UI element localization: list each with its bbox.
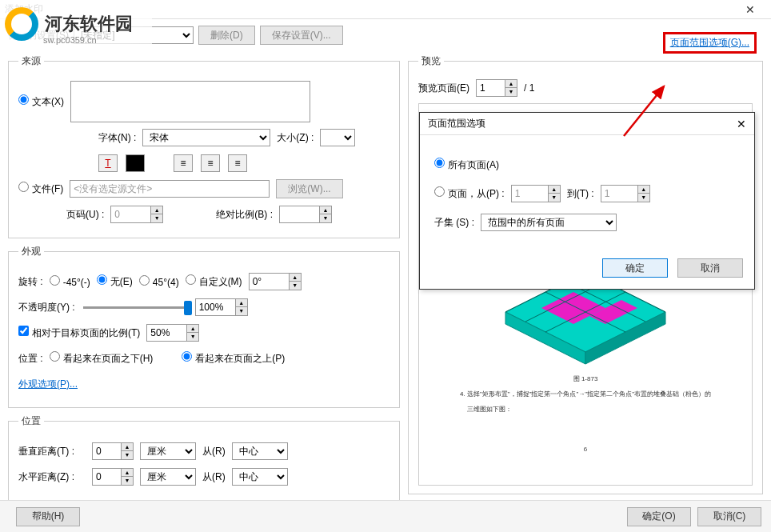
rotate-45-radio[interactable]: 45°(4) [139, 275, 179, 288]
text-color-button[interactable] [126, 154, 145, 172]
logo-sub: sw.pc0359.cn [43, 35, 97, 45]
preview-caption-2: 4. 选择"矩形布置"，捕捉"指定第一个角点"→"指定第二个角点"布置的堆叠基础… [460, 390, 711, 398]
vfrom-label: 从(R) [202, 445, 226, 458]
hdist-label: 水平距离(Z) : [18, 470, 86, 484]
position-label: 位置 : [18, 352, 43, 366]
hfrom-select[interactable]: 中心 [232, 468, 288, 486]
appearance-legend: 外观 [18, 245, 44, 258]
all-pages-radio[interactable]: 所有页面(A) [434, 158, 499, 172]
page-to-label: 到(T) : [567, 187, 594, 201]
relative-scale-spinner[interactable]: ▲▼ [146, 324, 199, 342]
preview-page-spinner[interactable]: ▲▼ [476, 79, 517, 97]
vdist-spinner[interactable]: ▲▼ [92, 442, 134, 460]
vdist-unit-select[interactable]: 厘米 [140, 442, 196, 460]
modal-ok-button[interactable]: 确定 [602, 258, 668, 278]
abs-scale-spinner[interactable]: ▲▼ [279, 206, 332, 223]
preview-page-label: 预览页面(E) [418, 82, 469, 95]
position-above-radio[interactable]: 看起来在页面之上(P) [182, 351, 285, 366]
rotate-neg45-radio[interactable]: -45°(-) [50, 275, 90, 288]
logo-text: 河东软件园 [45, 12, 133, 36]
watermark-text-input[interactable] [70, 81, 310, 122]
file-radio[interactable]: 文件(F) [18, 182, 63, 196]
preview-caption-1: 图 1-873 [573, 374, 598, 383]
preview-page-total: / 1 [524, 82, 534, 94]
source-file-input [70, 180, 270, 198]
modal-title: 页面范围选项 [428, 117, 737, 130]
position-legend: 位置 [18, 414, 44, 428]
hfrom-label: 从(R) [202, 470, 226, 484]
size-select[interactable] [320, 129, 355, 146]
text-radio[interactable]: 文本(X) [18, 94, 64, 109]
position-fieldset: 位置 垂直距离(T) : ▲▼ 厘米 从(R) 中心 水平距离(Z) : ▲▼ … [8, 414, 400, 501]
hdist-spinner[interactable]: ▲▼ [92, 468, 134, 486]
rotate-none-radio[interactable]: 无(E) [97, 274, 133, 289]
font-select[interactable]: 宋体 [142, 129, 270, 146]
page-num-spinner[interactable]: ▲▼ [110, 206, 163, 223]
page-num-label: 页码(U) : [66, 208, 104, 222]
size-label: 大小(Z) : [277, 131, 314, 145]
abs-scale-label: 绝对比例(B) : [216, 208, 273, 222]
save-settings-button[interactable]: 保存设置(V)... [260, 26, 343, 45]
modal-cancel-button[interactable]: 取消 [677, 258, 743, 278]
source-legend: 来源 [18, 54, 44, 68]
pages-from-radio[interactable]: 页面，从(P) : [434, 186, 505, 201]
close-icon[interactable]: ✕ [734, 3, 766, 16]
hdist-unit-select[interactable]: 厘米 [140, 468, 196, 486]
preview-legend: 预览 [418, 54, 444, 68]
opacity-slider[interactable] [83, 306, 187, 309]
delete-button[interactable]: 删除(D) [198, 26, 255, 45]
position-below-radio[interactable]: 看起来在页面之下(H) [50, 351, 154, 366]
vfrom-select[interactable]: 中心 [232, 442, 288, 460]
cancel-button[interactable]: 取消(C) [697, 507, 761, 526]
preview-page-num: 6 [584, 446, 587, 453]
rotate-value-spinner[interactable]: ▲▼ [249, 273, 302, 290]
relative-scale-check[interactable]: 相对于目标页面的比例(T) [18, 326, 140, 340]
align-center-icon[interactable]: ≡ [201, 154, 220, 172]
subset-label: 子集 (S) : [434, 216, 474, 230]
opacity-value-spinner[interactable]: ▲▼ [195, 298, 248, 316]
preview-caption-3: 三维图如下图： [467, 405, 512, 414]
help-button[interactable]: 帮助(H) [16, 507, 80, 526]
align-left-icon[interactable]: ≡ [174, 154, 193, 172]
logo-watermark: 河东软件园 sw.pc0359.cn [0, 0, 152, 48]
appearance-fieldset: 外观 旋转 : -45°(-) 无(E) 45°(4) 自定义(M) ▲▼ 不透… [8, 245, 400, 408]
rotate-custom-radio[interactable]: 自定义(M) [186, 274, 242, 289]
browse-button[interactable]: 浏览(W)... [276, 179, 342, 198]
underline-icon[interactable]: T [98, 154, 118, 172]
align-right-icon[interactable]: ≡ [228, 154, 247, 172]
page-range-options-link[interactable]: 页面范围选项(G)... [670, 37, 749, 48]
page-from-spinner[interactable]: ▲▼ [511, 185, 561, 202]
vdist-label: 垂直距离(T) : [18, 445, 86, 458]
logo-icon [5, 7, 38, 41]
appearance-options-link[interactable]: 外观选项(P)... [18, 378, 78, 391]
ok-button[interactable]: 确定(O) [627, 507, 691, 526]
annotation-arrow [616, 80, 672, 144]
svg-line-1 [624, 86, 664, 136]
font-label: 字体(N) : [98, 131, 136, 145]
page-range-modal: 页面范围选项 ✕ 所有页面(A) 页面，从(P) : ▲▼ 到(T) : ▲▼ … [419, 112, 755, 290]
modal-close-icon[interactable]: ✕ [737, 118, 746, 130]
subset-select[interactable]: 范围中的所有页面 [481, 214, 617, 231]
source-fieldset: 来源 文本(X) 字体(N) : 宋体 大小(Z) : T ≡ ≡ ≡ 文件(F… [8, 54, 400, 238]
page-to-spinner[interactable]: ▲▼ [601, 185, 650, 202]
opacity-label: 不透明度(Y) : [18, 301, 75, 314]
rotate-label: 旋转 : [18, 275, 43, 289]
